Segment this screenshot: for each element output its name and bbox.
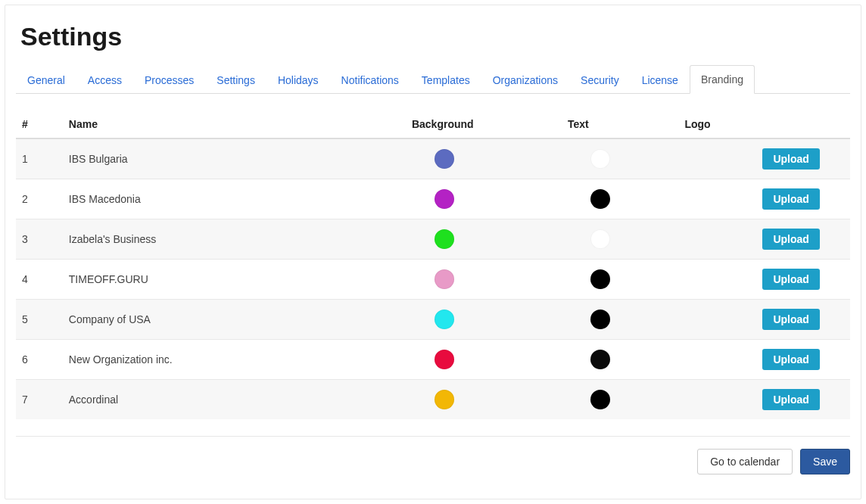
cell-action: Upload <box>756 380 850 420</box>
table-row: 7AccordinalUpload <box>16 380 850 420</box>
cell-index: 1 <box>16 138 63 179</box>
cell-text-color <box>562 260 678 300</box>
table-row: 6New Organization inc.Upload <box>16 340 850 380</box>
cell-action: Upload <box>756 219 850 260</box>
cell-background <box>406 219 562 260</box>
tabs-bar: GeneralAccessProcessesSettingsHolidaysNo… <box>16 65 850 94</box>
cell-index: 3 <box>16 219 63 260</box>
cell-logo <box>678 380 756 420</box>
upload-button[interactable]: Upload <box>762 229 819 250</box>
cell-index: 6 <box>16 340 63 380</box>
footer-actions: Go to calendar Save <box>16 436 850 474</box>
tab-settings[interactable]: Settings <box>205 66 266 94</box>
col-header-name: Name <box>63 110 406 138</box>
tab-branding[interactable]: Branding <box>690 65 755 94</box>
cell-logo <box>678 300 756 340</box>
cell-name: IBS Macedonia <box>63 179 406 219</box>
cell-text-color <box>562 340 678 380</box>
tab-processes[interactable]: Processes <box>133 66 205 94</box>
cell-logo <box>678 260 756 300</box>
cell-background <box>406 179 562 219</box>
cell-index: 4 <box>16 260 63 300</box>
table-header-row: # Name Background Text Logo <box>16 110 850 138</box>
table-row: 1IBS BulgariaUpload <box>16 138 850 179</box>
table-row: 5Company of USAUpload <box>16 300 850 340</box>
background-color-swatch[interactable] <box>435 269 454 289</box>
upload-button[interactable]: Upload <box>762 349 819 370</box>
background-color-swatch[interactable] <box>435 229 454 249</box>
cell-index: 2 <box>16 179 63 219</box>
cell-text-color <box>562 380 678 420</box>
tab-holidays[interactable]: Holidays <box>266 66 330 94</box>
cell-index: 7 <box>16 380 63 420</box>
cell-text-color <box>562 179 678 219</box>
text-color-swatch[interactable] <box>590 390 610 409</box>
save-button[interactable]: Save <box>800 449 850 474</box>
upload-button[interactable]: Upload <box>762 188 819 210</box>
upload-button[interactable]: Upload <box>762 269 819 290</box>
background-color-swatch[interactable] <box>435 310 454 329</box>
go-to-calendar-button[interactable]: Go to calendar <box>697 449 793 474</box>
cell-name: TIMEOFF.GURU <box>63 260 406 300</box>
cell-background <box>406 260 562 300</box>
text-color-swatch[interactable] <box>590 229 610 249</box>
cell-background <box>406 340 562 380</box>
col-header-logo: Logo <box>678 110 756 138</box>
tab-security[interactable]: Security <box>569 66 631 94</box>
tab-access[interactable]: Access <box>76 66 133 94</box>
cell-text-color <box>562 219 678 260</box>
cell-action: Upload <box>756 260 850 300</box>
cell-background <box>406 300 562 340</box>
upload-button[interactable]: Upload <box>762 148 819 170</box>
text-color-swatch[interactable] <box>590 269 610 289</box>
upload-button[interactable]: Upload <box>762 309 819 330</box>
cell-background <box>406 380 562 420</box>
cell-index: 5 <box>16 300 63 340</box>
background-color-swatch[interactable] <box>435 149 454 169</box>
cell-action: Upload <box>756 138 850 179</box>
cell-logo <box>678 219 756 260</box>
tab-license[interactable]: License <box>631 66 690 94</box>
cell-background <box>406 138 562 179</box>
background-color-swatch[interactable] <box>435 189 454 209</box>
cell-text-color <box>562 138 678 179</box>
table-row: 3Izabela's BusinessUpload <box>16 219 850 260</box>
col-header-text: Text <box>562 110 678 138</box>
tab-general[interactable]: General <box>16 66 76 94</box>
tab-notifications[interactable]: Notifications <box>330 66 410 94</box>
cell-action: Upload <box>756 300 850 340</box>
cell-action: Upload <box>756 179 850 219</box>
tab-templates[interactable]: Templates <box>410 66 481 94</box>
cell-logo <box>678 138 756 179</box>
table-row: 2IBS MacedoniaUpload <box>16 179 850 219</box>
text-color-swatch[interactable] <box>590 310 610 329</box>
tab-organizations[interactable]: Organizations <box>481 66 569 94</box>
cell-action: Upload <box>756 340 850 380</box>
background-color-swatch[interactable] <box>435 390 454 409</box>
background-color-swatch[interactable] <box>435 350 454 369</box>
cell-logo <box>678 340 756 380</box>
upload-button[interactable]: Upload <box>762 389 819 410</box>
col-header-action <box>756 110 850 138</box>
col-header-index: # <box>16 110 63 138</box>
cell-name: Accordinal <box>63 380 406 420</box>
branding-table: # Name Background Text Logo 1IBS Bulgari… <box>16 110 850 419</box>
cell-name: IBS Bulgaria <box>63 138 406 179</box>
text-color-swatch[interactable] <box>590 189 610 209</box>
cell-name: Company of USA <box>63 300 406 340</box>
cell-text-color <box>562 300 678 340</box>
settings-card: Settings GeneralAccessProcessesSettingsH… <box>5 5 861 499</box>
text-color-swatch[interactable] <box>590 149 610 169</box>
cell-logo <box>678 179 756 219</box>
cell-name: New Organization inc. <box>63 340 406 380</box>
table-row: 4TIMEOFF.GURUUpload <box>16 260 850 300</box>
page-title: Settings <box>20 22 850 51</box>
cell-name: Izabela's Business <box>63 219 406 260</box>
text-color-swatch[interactable] <box>590 350 610 369</box>
col-header-background: Background <box>406 110 562 138</box>
